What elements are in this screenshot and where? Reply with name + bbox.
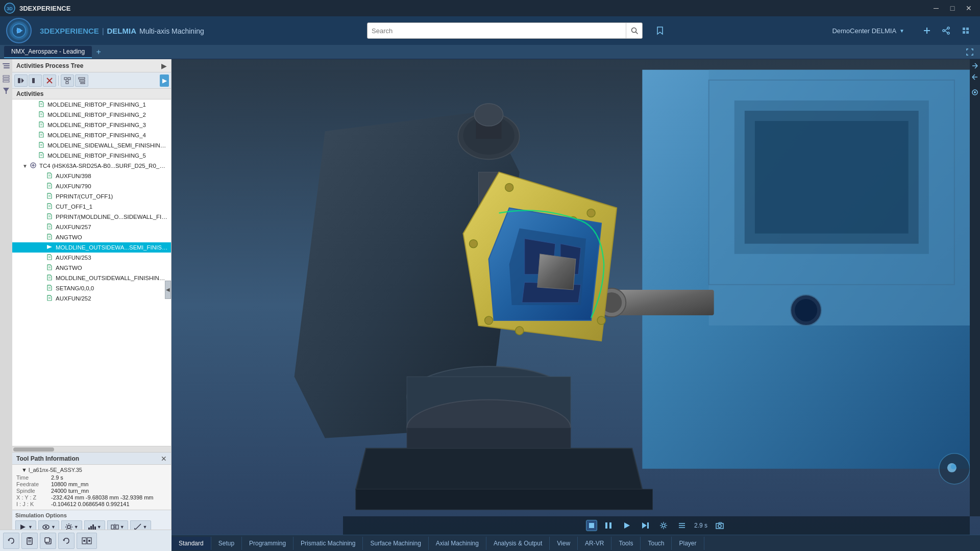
bl-undo-btn[interactable] bbox=[3, 533, 19, 549]
tree-item-2[interactable]: MOLDELINE_RIBTOP_FINISHING_2 bbox=[12, 110, 171, 120]
tree-node-icon bbox=[46, 192, 54, 201]
tree-item-4[interactable]: MOLDELINE_RIBTOP_FINISHING_4 bbox=[12, 130, 171, 140]
play-button[interactable] bbox=[620, 518, 634, 533]
act-btn-tree1[interactable] bbox=[61, 74, 74, 87]
minimize-button[interactable]: ─ bbox=[929, 3, 943, 14]
activities-toolbar: ▶ bbox=[12, 72, 171, 89]
stop-button[interactable] bbox=[586, 520, 597, 531]
svg-point-136 bbox=[67, 525, 70, 529]
tree-item-label: TC4 (HSK63A-SRD25A-B0...SURF_D25_R0_ST55 bbox=[39, 163, 169, 169]
tab-nmx-aerospace[interactable]: NMX_Aerospace - Leading bbox=[4, 46, 92, 58]
toolpath-header-label: Tool Path Information bbox=[16, 455, 79, 462]
activities-panel-collapse[interactable]: ▶ bbox=[161, 62, 167, 70]
bookmark-button[interactable] bbox=[651, 21, 669, 40]
tree-toggle[interactable]: ▼ bbox=[22, 163, 30, 169]
svg-marker-26 bbox=[21, 78, 24, 83]
playback-camera-button[interactable] bbox=[713, 518, 727, 533]
playback-settings-button[interactable] bbox=[656, 518, 671, 533]
viewport-3d[interactable]: StandardSetupProgrammingPrismatic Machin… bbox=[172, 59, 980, 551]
tree-item-5[interactable]: MOLDELINE_SIDEWALL_SEMI_FINISHING_2 bbox=[12, 140, 171, 151]
tree-item-12[interactable]: PPRINT/(MOLDLINE_O...SIDEWALL_FINISHIN bbox=[12, 212, 171, 222]
pause-button[interactable] bbox=[601, 518, 616, 533]
tree-item-15[interactable]: MOLDLINE_OUTSIDEWA...SEMI_FINISHING... bbox=[12, 242, 171, 253]
tree-item-label: MOLDELINE_RIBTOP_FINISHING_1 bbox=[47, 102, 169, 108]
user-area[interactable]: DemoCenter DELMIA ▼ bbox=[832, 27, 904, 35]
sidebar-icon-3[interactable] bbox=[1, 86, 11, 96]
bottom-tab-axial-machining[interactable]: Axial Machining bbox=[429, 537, 486, 550]
right-panel-btn-3[interactable] bbox=[970, 88, 979, 97]
titlebar-left: 3D 3DEXPERIENCE bbox=[4, 3, 70, 14]
tree-item-label: ANGTWO bbox=[56, 234, 169, 240]
act-btn-tree2[interactable] bbox=[75, 74, 88, 87]
tree-item-16[interactable]: AUXFUN/253 bbox=[12, 253, 171, 263]
bottom-tab-analysis---output[interactable]: Analysis & Output bbox=[486, 537, 550, 550]
sim-analysis-arrow: ▼ bbox=[97, 524, 102, 530]
bl-view-btn[interactable] bbox=[77, 533, 97, 549]
svg-line-34 bbox=[65, 80, 67, 82]
bl-clipboard-btn[interactable] bbox=[21, 533, 38, 549]
bottom-tab-programming[interactable]: Programming bbox=[242, 537, 293, 550]
bottom-tab-touch[interactable]: Touch bbox=[641, 537, 672, 550]
titlebar: 3D 3DEXPERIENCE ─ □ ✕ bbox=[0, 0, 980, 16]
bottom-tab-player[interactable]: Player bbox=[672, 537, 704, 550]
tree-item-10[interactable]: PPRINT/(CUT_OFF1) bbox=[12, 191, 171, 202]
playback-list-button[interactable] bbox=[675, 518, 689, 533]
toolpath-ijk-row: I : J : K -0.104612 0.0686548 0.992141 bbox=[16, 501, 167, 507]
tree-item-20[interactable]: AUXFUN/252 bbox=[12, 293, 171, 304]
toolpath-ijk-value: -0.104612 0.0686548 0.992141 bbox=[51, 501, 130, 507]
bottom-tab-tools[interactable]: Tools bbox=[611, 537, 641, 550]
bl-copy-btn[interactable] bbox=[40, 533, 56, 549]
act-btn-more[interactable]: ▶ bbox=[160, 74, 169, 87]
bottom-tab-ar-vr[interactable]: AR-VR bbox=[578, 537, 611, 550]
sidebar-icon-1[interactable] bbox=[1, 61, 11, 71]
tree-item-13[interactable]: AUXFUN/257 bbox=[12, 222, 171, 232]
fullscreen-button[interactable] bbox=[964, 46, 976, 58]
tree-item-3[interactable]: MOLDELINE_RIBTOP_FINISHING_3 bbox=[12, 120, 171, 130]
tree-item-17[interactable]: ANGTWO bbox=[12, 263, 171, 273]
search-input[interactable] bbox=[368, 25, 626, 37]
tree-item-label: MOLDELINE_RIBTOP_FINISHING_2 bbox=[47, 112, 169, 118]
act-btn-play[interactable] bbox=[14, 74, 28, 87]
toolpath-panel: Tool Path Information ✕ ▼ l_a61nx-5E_ASS… bbox=[12, 452, 171, 510]
add-button[interactable] bbox=[919, 22, 935, 39]
tree-item-9[interactable]: AUXFUN/790 bbox=[12, 181, 171, 191]
activities-tree[interactable]: MOLDELINE_RIBTOP_FINISHING_1MOLDELINE_RI… bbox=[12, 99, 171, 446]
tree-item-18[interactable]: MOLDLINE_OUTSIDEWALL_FINISHING_1_5X bbox=[12, 273, 171, 283]
bottom-tab-setup[interactable]: Setup bbox=[211, 537, 242, 550]
tree-item-7[interactable]: ▼TC4 (HSK63A-SRD25A-B0...SURF_D25_R0_ST5… bbox=[12, 161, 171, 171]
tree-hscrollbar[interactable] bbox=[12, 446, 171, 452]
svg-rect-207 bbox=[589, 523, 594, 528]
bottom-tab-standard[interactable]: Standard bbox=[172, 537, 211, 550]
tree-hscrollbar-thumb[interactable] bbox=[13, 447, 54, 452]
bottom-tab-view[interactable]: View bbox=[550, 537, 578, 550]
tree-item-8[interactable]: AUXFUN/398 bbox=[12, 171, 171, 181]
search-button[interactable] bbox=[626, 23, 642, 38]
bl-undo2-btn[interactable] bbox=[58, 533, 75, 549]
toolpath-time-row: Time 2.9 s bbox=[16, 474, 167, 481]
toolbar-separator-1 bbox=[58, 76, 59, 86]
svg-rect-142 bbox=[111, 525, 114, 529]
sidebar-icon-2[interactable] bbox=[1, 73, 11, 84]
tab-add-button[interactable]: + bbox=[93, 46, 104, 58]
right-panel-btn-1[interactable] bbox=[970, 61, 979, 70]
compass-button[interactable] bbox=[6, 18, 32, 43]
tree-item-14[interactable]: ANGTWO bbox=[12, 232, 171, 242]
close-button[interactable]: ✕ bbox=[962, 3, 976, 14]
tree-item-11[interactable]: CUT_OFF1_1 bbox=[12, 202, 171, 212]
bottom-tab-prismatic-machining[interactable]: Prismatic Machining bbox=[293, 537, 363, 550]
toolpath-spindle-value: 24000 turn_mn bbox=[51, 488, 89, 494]
toolpath-close-button[interactable]: ✕ bbox=[161, 455, 167, 463]
bottom-tab-surface-machining[interactable]: Surface Machining bbox=[363, 537, 428, 550]
act-btn-delete[interactable] bbox=[43, 74, 56, 87]
tree-item-19[interactable]: SETANG/0,0,0 bbox=[12, 283, 171, 293]
tree-node-icon bbox=[46, 182, 54, 190]
share-button[interactable] bbox=[938, 22, 954, 39]
settings-button[interactable] bbox=[958, 22, 974, 39]
right-panel-btn-2[interactable] bbox=[970, 72, 979, 82]
panel-collapse-handle[interactable]: ◀ bbox=[165, 281, 171, 299]
maximize-button[interactable]: □ bbox=[945, 3, 960, 14]
step-forward-button[interactable] bbox=[638, 518, 652, 533]
act-btn-back[interactable] bbox=[29, 74, 42, 87]
tree-item-1[interactable]: MOLDELINE_RIBTOP_FINISHING_1 bbox=[12, 99, 171, 110]
tree-item-6[interactable]: MOLDELINE_RIBTOP_FINISHING_5 bbox=[12, 151, 171, 161]
